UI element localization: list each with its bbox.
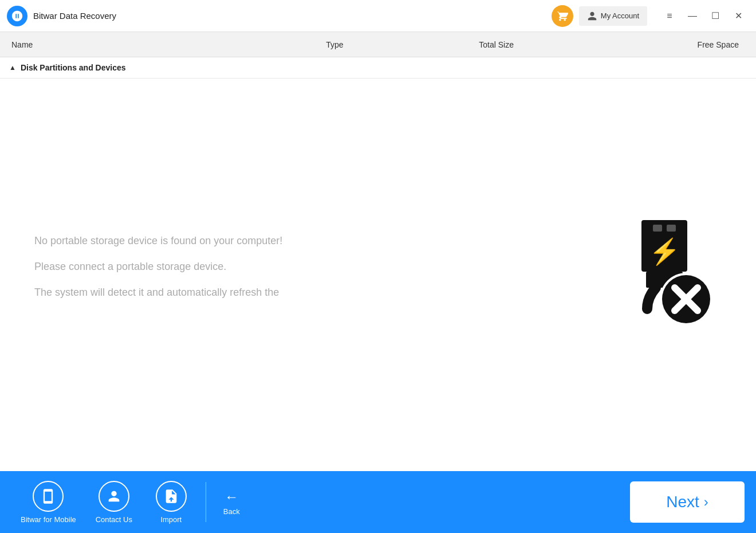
col-type: Type	[254, 40, 415, 49]
contact-label: Contact Us	[96, 515, 132, 524]
minimize-button[interactable]: —	[682, 5, 703, 27]
contact-icon-circle	[99, 481, 129, 512]
section-label: Disk Partitions and Devices	[21, 63, 126, 72]
menu-button[interactable]: ≡	[659, 5, 680, 27]
bottom-divider	[206, 482, 206, 522]
window-controls: ≡ — ☐ ✕	[659, 5, 749, 27]
empty-line2: Please connect a portable storage device…	[34, 259, 573, 275]
contact-icon	[106, 488, 122, 504]
app-title: Bitwar Data Recovery	[33, 11, 552, 21]
cart-icon	[557, 10, 568, 22]
import-icon	[163, 488, 179, 504]
empty-line3: The system will detect it and automatica…	[34, 285, 573, 300]
import-button[interactable]: Import	[143, 476, 200, 528]
contact-button[interactable]: Contact Us	[85, 476, 143, 528]
mobile-label: Bitwar for Mobile	[21, 515, 76, 524]
back-label: Back	[223, 507, 240, 516]
import-label: Import	[160, 515, 182, 524]
next-label: Next	[666, 493, 699, 511]
back-arrow-icon: ←	[225, 489, 238, 505]
back-button[interactable]: ← Back	[212, 484, 251, 520]
section-row: ▲ Disk Partitions and Devices	[0, 57, 756, 79]
col-free-space: Free Space	[577, 40, 745, 49]
empty-text: No portable storage device is found on y…	[34, 233, 573, 311]
bottom-bar: Bitwar for Mobile Contact Us Import ←	[0, 471, 756, 533]
svg-text:⚡: ⚡	[649, 237, 680, 266]
account-button[interactable]: My Account	[579, 6, 647, 26]
close-button[interactable]: ✕	[727, 5, 749, 27]
usb-error-icon: ⚡	[607, 214, 722, 329]
empty-line1: No portable storage device is found on y…	[34, 233, 573, 249]
user-icon	[587, 11, 597, 21]
title-bar: Bitwar Data Recovery My Account ≡ — ☐ ✕	[0, 0, 756, 32]
cart-button[interactable]	[552, 5, 573, 27]
table-header: Name Type Total Size Free Space	[0, 32, 756, 57]
col-name: Name	[11, 40, 254, 49]
content-area: ▲ Disk Partitions and Devices No portabl…	[0, 57, 756, 471]
account-label: My Account	[601, 11, 639, 20]
title-actions: My Account ≡ — ☐ ✕	[552, 5, 749, 27]
collapse-icon[interactable]: ▲	[9, 64, 16, 72]
next-button[interactable]: Next ›	[630, 481, 745, 523]
bottom-actions: Bitwar for Mobile Contact Us Import ←	[11, 476, 630, 528]
app-logo	[7, 6, 27, 26]
import-icon-circle	[156, 481, 187, 512]
next-chevron-icon: ›	[704, 494, 708, 510]
maximize-button[interactable]: ☐	[704, 5, 726, 27]
usb-icon-area: ⚡	[607, 214, 722, 329]
empty-state: No portable storage device is found on y…	[0, 79, 756, 465]
svg-rect-2	[667, 225, 676, 232]
svg-rect-1	[653, 225, 662, 232]
col-total-size: Total Size	[416, 40, 577, 49]
mobile-icon	[40, 488, 56, 504]
mobile-button[interactable]: Bitwar for Mobile	[11, 476, 85, 528]
logo-icon	[11, 10, 23, 22]
mobile-icon-circle	[33, 481, 64, 512]
